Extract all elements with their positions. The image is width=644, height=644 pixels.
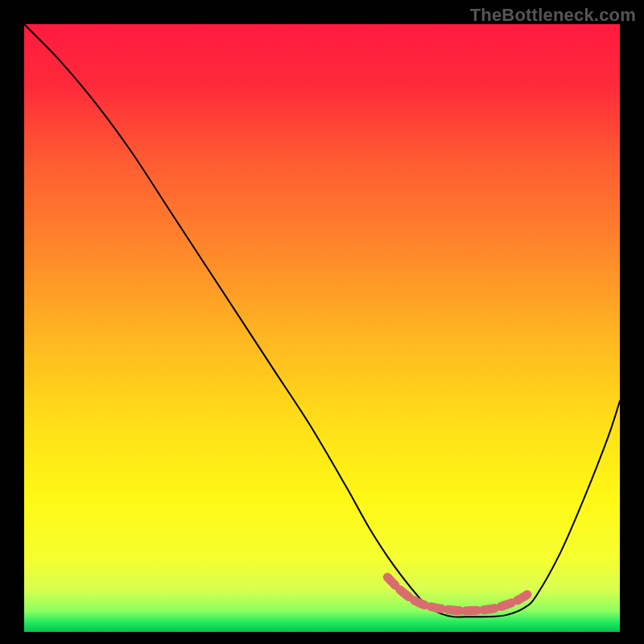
bottleneck-chart [24, 24, 620, 632]
chart-background [24, 24, 620, 632]
watermark-text: TheBottleneck.com [470, 5, 636, 26]
